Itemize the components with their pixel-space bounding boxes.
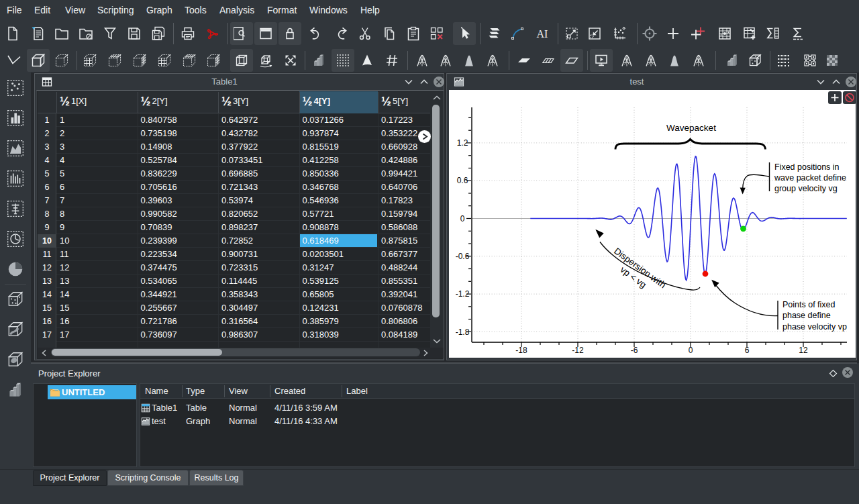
svg-text:Wavepacket: Wavepacket [666, 123, 716, 133]
svg-text:-1.8: -1.8 [456, 327, 470, 337]
svg-text:-1.2: -1.2 [456, 289, 470, 299]
svg-text:phase velocity vp: phase velocity vp [782, 322, 847, 332]
svg-text:Points of fixed: Points of fixed [782, 300, 836, 309]
svg-text:0.6: 0.6 [457, 176, 468, 185]
svg-text:-0.6: -0.6 [456, 252, 470, 261]
svg-text:6: 6 [745, 346, 750, 355]
svg-text:phase define: phase define [782, 311, 831, 320]
svg-text:0: 0 [460, 214, 465, 223]
svg-text:wave packet define: wave packet define [774, 173, 846, 183]
svg-text:-6: -6 [631, 346, 638, 355]
svg-text:-18: -18 [515, 346, 527, 355]
svg-text:1.2: 1.2 [457, 138, 468, 148]
svg-text:Fixed positions in: Fixed positions in [774, 162, 840, 172]
svg-text:12: 12 [799, 346, 808, 355]
svg-text:group velocity vg: group velocity vg [774, 184, 838, 193]
svg-text:0: 0 [689, 346, 693, 355]
svg-text:-12: -12 [572, 346, 584, 355]
